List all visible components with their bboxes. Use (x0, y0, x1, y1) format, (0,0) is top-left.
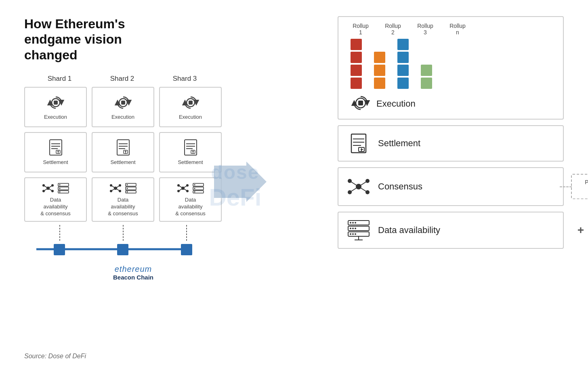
svg-rect-76 (54, 244, 65, 255)
consensus-svg (347, 175, 370, 198)
svg-point-109 (355, 233, 356, 235)
svg-rect-3 (121, 101, 125, 105)
network-icon-3 (177, 182, 189, 194)
beacon-svg (28, 241, 198, 261)
svg-rect-78 (181, 244, 192, 255)
plus-sign: + (578, 224, 584, 237)
arrow-area (214, 162, 267, 204)
svg-rect-5 (189, 101, 193, 105)
rollup-headers: Rollup 1 Rollup 2 Rollup 3 Rollup n (351, 23, 555, 36)
data-avail-right-label: Data availability (378, 225, 440, 235)
settlement-icon-3 (183, 139, 198, 157)
server-icon-2 (125, 183, 137, 194)
svg-point-71 (194, 191, 195, 192)
right-section: Rollup 1 Rollup 2 Rollup 3 Rollup n (338, 16, 564, 254)
rollup-n-header: Rollup n (447, 23, 468, 36)
shard3-execution-label: Execution (179, 114, 202, 121)
blue-block-2 (397, 52, 409, 63)
rollup-2-header: Rollup 2 (383, 23, 403, 36)
svg-line-96 (350, 187, 359, 192)
left-section: How Ethereum's endgame vision changed Sh… (24, 16, 238, 281)
shard1-settlement-label: Settlement (43, 159, 68, 166)
yellow-block-3 (374, 78, 385, 89)
yellow-block-1 (374, 52, 385, 63)
shard-2-header: Shard 2 (91, 75, 153, 83)
red-block-2 (351, 52, 362, 63)
settlement-icon-2 (116, 139, 131, 157)
shard1-settlement: Settlement (24, 132, 87, 172)
blue-block-1 (397, 39, 409, 50)
execution-row: Execution Execution (24, 87, 238, 127)
settlement-box: Settlement (338, 125, 564, 162)
rollup-chain-red (351, 39, 362, 89)
svg-point-56 (126, 191, 128, 192)
consensus-icon-area (346, 175, 371, 198)
rollup-exec-icon-area (351, 93, 371, 115)
shard2-data-label: Dataavailability& consensus (108, 197, 138, 217)
shard2-settlement-label: Settlement (110, 159, 135, 166)
execution-right-label: Execution (376, 99, 416, 109)
execution-icon-2 (114, 94, 132, 111)
pbs-connector (560, 186, 572, 187)
rollup-1-header: Rollup 1 (351, 23, 371, 36)
server-icon-1 (57, 183, 69, 194)
beacon-label-area: ethereum Beacon Chain (28, 265, 238, 281)
page-title: How Ethereum's endgame vision changed (24, 16, 153, 63)
network-icon-2 (109, 182, 122, 194)
svg-point-108 (352, 233, 354, 235)
settlement-svg-right (350, 133, 368, 153)
connector-area (28, 225, 238, 241)
shard2-settlement: Settlement (92, 132, 154, 172)
svg-line-95 (359, 181, 368, 187)
settlement-icon-right (346, 133, 371, 153)
pbs-box: PBS – "validator sharding" (571, 174, 588, 199)
svg-point-54 (126, 184, 128, 185)
ethereum-text: ethereum (28, 265, 238, 274)
execution-icon-1 (47, 94, 65, 111)
shard3-execution: Execution (159, 87, 222, 127)
shard-1-header: Shard 1 (28, 75, 91, 83)
data-blob-area: + Data blob Data sampling (578, 221, 588, 240)
settlement-icon-1 (48, 139, 63, 157)
rollup-chains (351, 39, 555, 89)
blue-block-4 (397, 78, 409, 89)
data-availability-box: Data availability + Data blob Data sampl… (338, 212, 564, 249)
source-text: Source: Dose of DeFi (24, 353, 86, 360)
data-avail-svg (347, 220, 370, 241)
settlement-right-label: Settlement (378, 138, 420, 149)
shard2-data-icons (109, 182, 137, 194)
svg-line-97 (359, 187, 368, 192)
green-block-2 (421, 78, 432, 89)
red-block-1 (351, 39, 362, 50)
svg-point-106 (355, 228, 356, 229)
red-block-3 (351, 65, 362, 76)
svg-rect-81 (358, 101, 363, 105)
shard2-execution-label: Execution (111, 114, 134, 121)
rollup-execution-box: Rollup 1 Rollup 2 Rollup 3 Rollup n (338, 16, 564, 120)
shard1-data: Dataavailability& consensus (24, 177, 87, 222)
shard1-data-icons (42, 182, 69, 194)
beacon-chain-text: Beacon Chain (28, 274, 238, 281)
shard1-data-label: Dataavailability& consensus (40, 197, 70, 217)
network-icon-1 (42, 182, 54, 194)
arrow-svg (214, 162, 267, 202)
svg-rect-1 (54, 101, 58, 105)
shard1-execution: Execution (24, 87, 87, 127)
consensus-box: Consensus PBS – "validator sharding" (338, 167, 564, 206)
server-icon-3 (192, 183, 204, 194)
rollup-3-header: Rollup 3 (415, 23, 435, 36)
shard3-data: Dataavailability& consensus (159, 177, 222, 222)
svg-point-103 (355, 222, 356, 224)
rollup-execution-icon (351, 93, 371, 113)
shard-3-header: Shard 3 (153, 75, 216, 83)
shard2-data: Dataavailability& consensus (92, 177, 154, 222)
svg-point-107 (350, 233, 351, 235)
beacon-area: ethereum Beacon Chain (28, 241, 238, 281)
data-avail-icon-area (346, 220, 371, 241)
execution-icon-3 (182, 94, 200, 111)
green-block-1 (421, 65, 432, 76)
svg-point-40 (59, 188, 60, 189)
connector-svg (28, 225, 222, 241)
svg-point-55 (126, 188, 128, 189)
shard3-data-label: Dataavailability& consensus (175, 197, 205, 217)
